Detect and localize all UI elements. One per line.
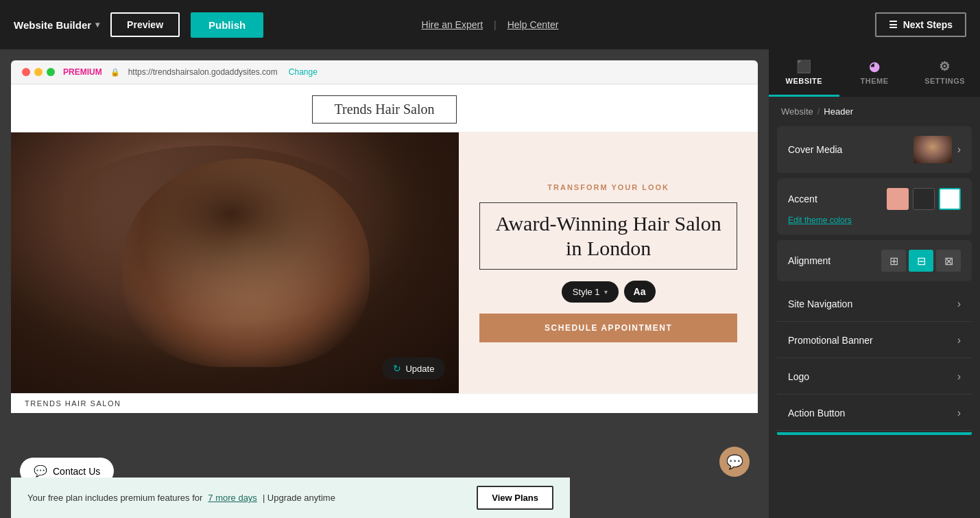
- promotional-banner-label: Promotional Banner: [788, 335, 873, 346]
- logo-section[interactable]: Logo ›: [777, 360, 972, 395]
- style-selector: Style 1 ▾ Aa: [562, 281, 656, 303]
- premium-badge: PREMIUM: [63, 67, 102, 77]
- hire-expert-link[interactable]: Hire an Expert: [422, 19, 483, 30]
- salon-name-footer: TRENDS HAIR SALON: [25, 399, 121, 408]
- schedule-button[interactable]: SCHEDULE APPOINTMENT: [479, 314, 737, 342]
- list-icon: ☰: [889, 19, 898, 30]
- align-right-button[interactable]: ⊠: [936, 250, 961, 272]
- swatch-dark[interactable]: [913, 188, 935, 210]
- cover-media-label: Cover Media: [788, 144, 842, 155]
- right-panel: ⬛ WEBSITE ◕ THEME ⚙ SETTINGS Website / H…: [769, 49, 980, 518]
- chevron-down-icon: ▾: [604, 288, 608, 296]
- alignment-row: Alignment ⊞ ⊟ ⊠: [788, 250, 961, 272]
- accent-label: Accent: [788, 193, 817, 204]
- preview-button[interactable]: Preview: [110, 12, 180, 37]
- lock-icon: 🔒: [110, 68, 120, 77]
- theme-icon: ◕: [869, 59, 881, 74]
- toolbar: Website Builder ▾ Preview Publish Hire a…: [0, 0, 980, 49]
- alignment-label: Alignment: [788, 255, 830, 266]
- hero-content: TRANSFORM YOUR LOOK Award-Winning Hair S…: [459, 132, 758, 393]
- style-pill[interactable]: Style 1 ▾: [562, 281, 619, 303]
- footer-bar: TRENDS HAIR SALON: [11, 393, 758, 413]
- site-navigation-section[interactable]: Site Navigation ›: [777, 287, 972, 322]
- site-title-box[interactable]: Trends Hair Salon: [312, 95, 457, 123]
- tab-settings[interactable]: ⚙ SETTINGS: [909, 49, 980, 97]
- settings-icon: ⚙: [939, 59, 951, 74]
- tab-theme[interactable]: ◕ THEME: [839, 49, 910, 97]
- canvas-area: PREMIUM 🔒 https://trendshairsalon.godadd…: [0, 49, 769, 518]
- publish-button[interactable]: Publish: [191, 12, 263, 38]
- chevron-down-icon: ▾: [95, 20, 99, 30]
- chevron-right-icon: ›: [957, 407, 961, 419]
- upgrade-bar: Your free plan includes premium features…: [11, 478, 570, 518]
- align-center-button[interactable]: ⊟: [909, 250, 933, 272]
- site-navigation-label: Site Navigation: [788, 298, 852, 309]
- teal-bar: [777, 432, 972, 435]
- promotional-banner-section[interactable]: Promotional Banner ›: [777, 323, 972, 358]
- hero-image-bg: [11, 132, 459, 393]
- alignment-buttons: ⊞ ⊟ ⊠: [881, 250, 961, 272]
- accent-section: Accent Edit theme colors: [777, 178, 972, 235]
- chevron-right-icon: ›: [957, 298, 961, 310]
- hero-section: ↻ Update TRANSFORM YOUR LOOK Award-Winni…: [11, 132, 758, 393]
- align-center-icon: ⊟: [917, 255, 926, 268]
- logo-label: Logo: [788, 371, 809, 382]
- hero-image: [11, 132, 459, 393]
- update-button[interactable]: ↻ Update: [382, 357, 445, 379]
- help-center-link[interactable]: Help Center: [507, 19, 559, 30]
- panel-tabs: ⬛ WEBSITE ◕ THEME ⚙ SETTINGS: [769, 49, 980, 97]
- browser-dots: [22, 68, 55, 76]
- cover-media-thumbnail[interactable]: [913, 136, 952, 163]
- text-style-pill[interactable]: Aa: [624, 281, 656, 303]
- toolbar-center: Hire an Expert | Help Center: [422, 19, 559, 30]
- hero-tagline: TRANSFORM YOUR LOOK: [547, 183, 669, 191]
- divider: |: [494, 19, 497, 30]
- breadcrumb-separator: /: [817, 106, 820, 117]
- dot-yellow: [34, 68, 43, 76]
- main-area: PREMIUM 🔒 https://trendshairsalon.godadd…: [0, 49, 980, 518]
- hero-heading-box[interactable]: Award-Winning Hair Salon in London: [479, 202, 737, 270]
- site-title-bar: Trends Hair Salon: [11, 84, 758, 132]
- website-preview: Trends Hair Salon ↻ Update TRAN: [11, 84, 758, 413]
- cover-media-row: Cover Media ›: [788, 136, 961, 163]
- align-left-button[interactable]: ⊞: [881, 250, 906, 272]
- align-right-icon: ⊠: [944, 255, 953, 268]
- chat-bubble-icon: 💬: [726, 454, 743, 470]
- website-icon: ⬛: [796, 59, 812, 74]
- next-steps-button[interactable]: ☰ Next Steps: [875, 12, 966, 37]
- action-button-label: Action Button: [788, 408, 845, 419]
- url-bar: https://trendshairsalon.godaddysites.com: [128, 67, 278, 77]
- swatch-salmon[interactable]: [887, 188, 909, 210]
- breadcrumb-current: Header: [824, 106, 853, 117]
- site-title: Trends Hair Salon: [335, 102, 435, 117]
- hero-heading: Award-Winning Hair Salon in London: [494, 211, 723, 261]
- browser-chrome: PREMIUM 🔒 https://trendshairsalon.godadd…: [11, 60, 758, 84]
- swatch-white[interactable]: [939, 188, 961, 210]
- dot-red: [22, 68, 30, 76]
- chevron-right-icon: ›: [957, 370, 961, 383]
- change-url-link[interactable]: Change: [289, 67, 318, 77]
- accent-swatches: [887, 188, 961, 210]
- breadcrumb-parent[interactable]: Website: [781, 106, 813, 117]
- view-plans-button[interactable]: View Plans: [477, 486, 553, 510]
- chevron-right-icon[interactable]: ›: [957, 143, 961, 156]
- dot-green: [47, 68, 55, 76]
- action-button-section[interactable]: Action Button ›: [777, 396, 972, 431]
- breadcrumb: Website / Header: [769, 97, 980, 126]
- chat-bubble[interactable]: 💬: [719, 447, 750, 477]
- toolbar-right: ☰ Next Steps: [875, 12, 966, 37]
- refresh-icon: ↻: [393, 363, 401, 374]
- align-left-icon: ⊞: [889, 255, 898, 268]
- tab-website[interactable]: ⬛ WEBSITE: [769, 49, 839, 97]
- toolbar-left: Website Builder ▾ Preview Publish: [14, 12, 263, 38]
- edit-theme-link[interactable]: Edit theme colors: [788, 215, 961, 225]
- hero-image-container[interactable]: ↻ Update: [11, 132, 459, 393]
- cover-media-right: ›: [913, 136, 961, 163]
- alignment-section: Alignment ⊞ ⊟ ⊠: [777, 240, 972, 281]
- brand-name[interactable]: Website Builder ▾: [14, 19, 99, 31]
- accent-row: Accent: [788, 188, 961, 210]
- thumbnail-image: [913, 136, 952, 163]
- cover-media-section: Cover Media ›: [777, 126, 972, 173]
- days-link[interactable]: 7 more days: [208, 493, 257, 503]
- chevron-right-icon: ›: [957, 334, 961, 346]
